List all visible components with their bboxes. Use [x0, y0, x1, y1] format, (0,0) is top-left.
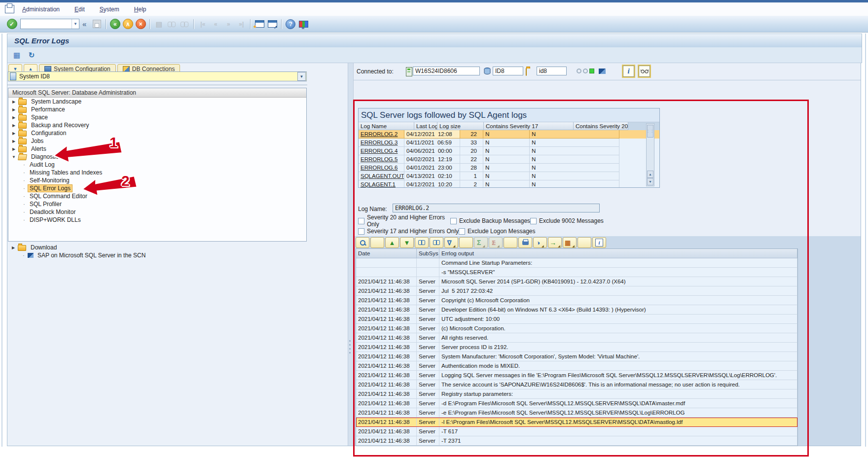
tree-item-row[interactable]: · Missing Tables and Indexes [8, 169, 306, 176]
alv-toolbar-button[interactable] [370, 237, 384, 248]
tree-item-label[interactable]: Deadlock Monitor [28, 209, 77, 215]
column-header[interactable]: Last Log Entry Date [414, 122, 437, 130]
log-name-field[interactable]: ERRORLOG.2 [393, 204, 600, 212]
log-entry-date-cell[interactable]: 04/06/2021 00:00 [404, 147, 460, 155]
tree-folder-row-diagnostics[interactable]: ▼ Diagnostics [8, 153, 306, 161]
collapse-toolbar-icon[interactable]: « [82, 20, 86, 28]
log-table-row[interactable]: ERRORLOG.2 04/12/2021 12:08 22 N N [359, 130, 659, 139]
alv-toolbar-button[interactable] [356, 237, 369, 248]
grid-row[interactable]: 2021/04/12 11:46:38 Server Server proces… [356, 343, 797, 352]
column-header[interactable]: Contains Severity 17 [484, 122, 574, 130]
grid-row[interactable]: 2021/04/12 11:46:38 Server (c) Microsoft… [356, 324, 797, 333]
column-header[interactable]: Log Name [359, 122, 414, 130]
tree-item-row[interactable]: · SQL Profiler [8, 200, 306, 208]
alv-toolbar-button[interactable]: ▦ [563, 237, 577, 248]
tree-item-row[interactable]: · Deadlock Monitor [8, 208, 306, 216]
alv-toolbar-button[interactable] [578, 237, 591, 248]
alv-toolbar-button[interactable] [415, 237, 429, 248]
grid-row[interactable]: Command Line Startup Parameters: [356, 258, 797, 268]
log-table-row[interactable]: SQLAGENT.1 04/12/2021 10:20 2 N N [359, 180, 659, 188]
tree-folder-row[interactable]: ▶ Configuration [8, 129, 306, 137]
first-page-button[interactable]: |« [197, 18, 209, 30]
alv-toolbar-button[interactable]: ∇ [444, 237, 458, 248]
tree-item-label[interactable]: SQL Command Editor [28, 193, 89, 200]
menu-item[interactable]: Administration [22, 6, 60, 13]
caret-right-icon[interactable]: ▶ [11, 139, 16, 143]
log-name-link[interactable]: ERRORLOG.2 [359, 130, 404, 139]
customize-layout-button[interactable] [297, 18, 309, 30]
log-entry-date-cell[interactable]: 04/11/2021 06:59 [404, 139, 460, 147]
log-name-link[interactable]: ERRORLOG.3 [359, 139, 404, 147]
scroll-up-button[interactable]: ▲ [647, 171, 653, 178]
tree-folder-row[interactable]: ▶ System Landscape [8, 98, 306, 105]
tree-item-label[interactable]: Missing Tables and Indexes [28, 169, 104, 176]
tree-item-label[interactable]: Audit Log [28, 161, 56, 168]
schema-field[interactable]: id8 [537, 67, 567, 75]
log-table-row[interactable]: ERRORLOG.5 04/02/2021 12:19 22 N N [359, 155, 659, 164]
log-entry-date-cell[interactable]: 04/01/2021 23:00 [404, 164, 460, 172]
server-field[interactable]: W16S24ID8606 [413, 67, 480, 75]
menu-item[interactable]: Help [134, 6, 146, 13]
print-button[interactable]: ▤ [153, 18, 165, 30]
column-header[interactable]: Log size [437, 122, 484, 130]
chevron-down-icon[interactable]: ▼ [72, 19, 79, 29]
tree-item-label[interactable]: SQL Error Logs [28, 185, 72, 192]
find-button[interactable] [166, 18, 178, 30]
grid-row[interactable]: 2021/04/12 11:46:38 Server Developer Edi… [356, 305, 797, 315]
grid-row[interactable]: 2021/04/12 11:46:38 Server -d E:\Program… [356, 399, 797, 408]
log-table-row[interactable]: ERRORLOG.4 04/06/2021 00:00 20 N N [359, 147, 659, 155]
grid-row[interactable]: 2021/04/12 11:46:38 Server UTC adjustmen… [356, 315, 797, 324]
menu-item[interactable]: Edit [74, 6, 85, 13]
grid-row[interactable]: 2021/04/12 11:46:38 Server -T 2371 [356, 436, 797, 446]
grid-row[interactable]: 2021/04/12 11:46:38 Server Registry star… [356, 389, 797, 399]
grid-row[interactable]: -s "MSSQLSERVER" [356, 268, 797, 277]
alv-toolbar-button[interactable]: ▲ [385, 237, 399, 248]
log-entry-date-cell[interactable]: 04/12/2021 10:20 [404, 180, 460, 188]
tree-folder-row-download[interactable]: ▶ Download [8, 244, 307, 251]
save-button[interactable] [91, 18, 103, 30]
column-header[interactable]: Contains Severity 20 [574, 122, 628, 130]
log-table-row[interactable]: ERRORLOG.3 04/11/2021 06:59 33 N N [359, 139, 659, 147]
caret-right-icon[interactable]: ▶ [11, 131, 16, 136]
caret-right-icon[interactable]: ▶ [11, 115, 16, 120]
system-selector-combo[interactable]: System ID8 ▼ [8, 71, 307, 81]
scrollbar-thumb[interactable]: ⋮⋮ [647, 125, 653, 138]
scn-link-label[interactable]: SAP on Microsoft SQL Server in the SCN [36, 252, 147, 259]
exit-button[interactable]: × [135, 18, 146, 30]
scroll-down-button[interactable]: ▼ [647, 178, 653, 185]
checkbox[interactable] [358, 228, 364, 235]
log-table-scrollbar[interactable]: ⋮⋮ ▲ ▼ [646, 123, 654, 186]
checkbox[interactable] [450, 218, 457, 224]
checkbox[interactable] [459, 228, 465, 235]
combo-dropdown-button[interactable]: ▼ [297, 72, 306, 81]
alv-toolbar-button[interactable]: Σ [474, 237, 488, 248]
tree-item-row[interactable]: · SQL Command Editor [8, 192, 306, 200]
checkbox[interactable] [530, 218, 537, 224]
caret-right-icon[interactable]: ▶ [11, 246, 16, 250]
splitter-grip-icon[interactable] [349, 340, 351, 353]
tree-item-row-scn[interactable]: · SAP on Microsoft SQL Server in the SCN [8, 251, 307, 259]
enter-button[interactable]: ✓ [6, 18, 18, 30]
tree-folder-row[interactable]: ▶ Jobs [8, 137, 306, 145]
caret-down-icon[interactable]: ▼ [11, 155, 16, 159]
grid-row[interactable]: 2021/04/12 11:46:38 Server All rights re… [356, 333, 797, 343]
grid-row[interactable]: 2021/04/12 11:46:38 Server -l E:\Program… [356, 418, 797, 427]
log-name-link[interactable]: ERRORLOG.5 [359, 155, 404, 164]
tree-item-row[interactable]: · SQL Error Logs [8, 184, 306, 192]
caret-right-icon[interactable]: ▶ [11, 107, 16, 112]
log-name-link[interactable]: SQLAGENT.OUT [359, 172, 404, 180]
log-entry-date-cell[interactable]: 04/12/2021 12:08 [404, 130, 460, 139]
column-header-subsys[interactable]: SubSys [417, 249, 439, 258]
display-mode-button[interactable] [639, 66, 650, 77]
find-next-button[interactable] [179, 18, 190, 30]
log-table-row[interactable]: ERRORLOG.6 04/01/2021 23:00 28 N N [359, 164, 659, 172]
alv-toolbar-button[interactable] [518, 237, 532, 248]
grid-row[interactable]: 2021/04/12 11:46:38 Server The service a… [356, 380, 797, 389]
previous-page-button[interactable]: « [210, 18, 221, 30]
choose-layout-button[interactable]: ▦ [11, 50, 22, 60]
help-button[interactable]: ? [285, 18, 296, 30]
log-name-link[interactable]: ERRORLOG.4 [359, 147, 404, 155]
log-entry-date-cell[interactable]: 04/02/2021 12:19 [404, 155, 460, 164]
next-page-button[interactable]: » [222, 18, 234, 30]
up-button[interactable]: ∧ [122, 18, 134, 30]
